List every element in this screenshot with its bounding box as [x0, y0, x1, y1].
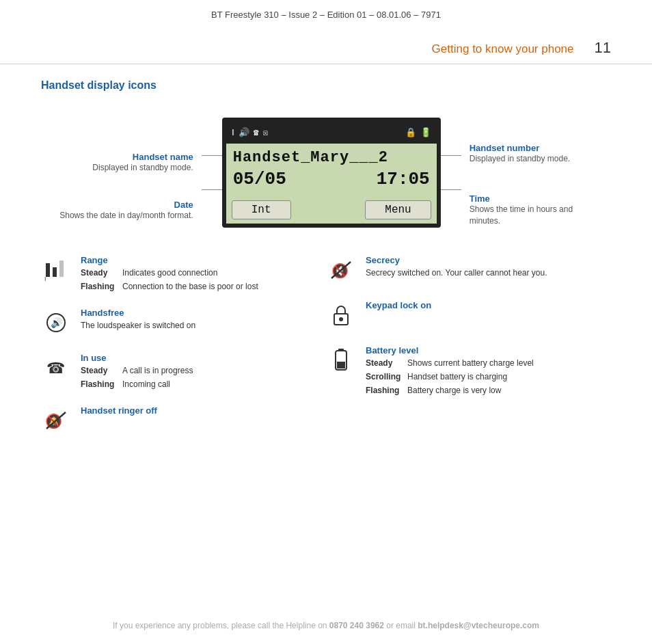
ringer-off-icon: 🔕	[41, 405, 71, 435]
page-title-row: Getting to know your phone 11	[0, 27, 652, 64]
icon-item-keypad-lock: Keypad lock on	[326, 300, 611, 330]
range-text: Range Steady Indicates good connection F…	[81, 255, 326, 293]
inuse-text: In use Steady A call is in progress Flas…	[81, 353, 326, 390]
icons-col-right: 🔇 Secrecy Secrecy switched on. Your call…	[326, 255, 611, 451]
battery-text: Battery level Steady Shows current batte…	[366, 345, 611, 397]
svg-rect-1	[53, 267, 57, 277]
footer: If you experience any problems, please c…	[0, 621, 652, 630]
screen-content: Handset_Mary___2 05/05 17:05	[226, 144, 437, 198]
handset-number-title: Handset number	[470, 143, 570, 153]
icons-section: Ⅰ Range Steady Indicates good connection…	[41, 255, 611, 451]
secrecy-text: Secrecy Secrecy switched on. Your caller…	[366, 255, 611, 279]
handsfree-text: Handsfree The loudspeaker is switched on	[81, 308, 326, 332]
svg-rect-15	[337, 362, 345, 368]
signal-icon: Ⅰ	[232, 127, 234, 138]
left-annotations: Handset name Displayed in standby mode. …	[59, 124, 201, 222]
keypad-lock-icon	[326, 300, 356, 330]
svg-rect-14	[338, 349, 344, 351]
keypad-lock-text: Keypad lock on	[366, 300, 611, 310]
range-flashing: Flashing Connection to the base is poor …	[81, 280, 326, 293]
handset-number-desc: Displayed in standby mode.	[470, 153, 570, 165]
screen-btn-right: Menu	[365, 200, 431, 219]
svg-text:☎: ☎	[46, 360, 65, 377]
page-header: BT Freestyle 310 – Issue 2 – Edition 01 …	[0, 0, 652, 27]
handsfree-icon: 🔊	[41, 308, 71, 338]
range-title: Range	[81, 255, 326, 265]
ringer-off-title: Handset ringer off	[81, 405, 326, 416]
handset-name-annotation: Handset name Displayed in standby mode.	[92, 152, 201, 174]
keypad-lock-title: Keypad lock on	[366, 300, 611, 310]
time-desc: Shows the time in hours and minutes.	[470, 204, 593, 227]
inuse-title: In use	[81, 353, 326, 363]
secrecy-desc: Secrecy switched on. Your caller cannot …	[366, 267, 611, 279]
range-steady: Steady Indicates good connection	[81, 267, 326, 279]
battery-icon: 🔋	[420, 127, 431, 138]
svg-point-12	[339, 317, 343, 321]
footer-text-middle: or email	[384, 621, 418, 630]
screen-btn-left: Int	[232, 200, 291, 219]
inuse-flashing: Flashing Incoming call	[81, 378, 326, 390]
secrecy-icon: 🔇	[326, 255, 356, 285]
screen-icons-row: Ⅰ 🔊 ☎ ☒ 🔒 🔋	[226, 122, 437, 144]
phone-icon: ☎	[254, 127, 259, 138]
screen-datetime: 05/05 17:05	[233, 167, 430, 193]
icon-item-battery: Battery level Steady Shows current batte…	[326, 345, 611, 397]
phone-screen: Ⅰ 🔊 ☎ ☒ 🔒 🔋 Handset_Mary___2 05/05 17:05…	[222, 118, 441, 228]
svg-text:🔊: 🔊	[51, 317, 63, 329]
footer-email: bt.helpdesk@vtecheurope.com	[418, 621, 539, 630]
volume-icon: 🔊	[239, 127, 249, 138]
header-text: BT Freestyle 310 – Issue 2 – Edition 01 …	[211, 10, 441, 20]
icon-item-range: Ⅰ Range Steady Indicates good connection…	[41, 255, 326, 293]
handset-name-title: Handset name	[92, 152, 193, 162]
handsfree-title: Handsfree	[81, 308, 326, 318]
battery-title: Battery level	[366, 345, 611, 355]
icon-item-ringer-off: 🔕 Handset ringer off	[41, 405, 326, 435]
icons-col-left: Ⅰ Range Steady Indicates good connection…	[41, 255, 326, 451]
svg-text:Ⅰ: Ⅰ	[44, 276, 46, 282]
ringer-off-text: Handset ringer off	[81, 405, 326, 416]
date-title: Date	[59, 200, 193, 210]
page-number: 11	[595, 39, 611, 57]
battery-level-icon	[326, 345, 356, 375]
screen-name: Handset_Mary___2	[233, 146, 430, 167]
battery-flashing: Flashing Battery charge is very low	[366, 384, 611, 397]
screen-time: 17:05	[377, 169, 430, 189]
inuse-icon: ☎	[41, 353, 71, 383]
mute-icon: ☒	[263, 127, 269, 138]
time-title: Time	[470, 193, 593, 204]
handset-number-annotation: Handset number Displayed in standby mode…	[461, 143, 570, 165]
display-diagram: Handset name Displayed in standby mode. …	[0, 104, 652, 248]
section-heading: Handset display icons	[41, 79, 611, 92]
icon-item-handsfree: 🔊 Handsfree The loudspeaker is switched …	[41, 308, 326, 338]
icon-item-inuse: ☎ In use Steady A call is in progress Fl…	[41, 353, 326, 390]
screen-buttons: Int Menu	[226, 198, 437, 224]
battery-steady: Steady Shows current battery charge leve…	[366, 357, 611, 369]
range-icon: Ⅰ	[41, 255, 71, 285]
section-name: Getting to know your phone	[432, 42, 574, 56]
screen-date: 05/05	[233, 169, 286, 189]
svg-rect-2	[59, 260, 64, 277]
lock-icon: 🔒	[405, 127, 416, 138]
svg-rect-0	[46, 263, 50, 277]
footer-text-before: If you experience any problems, please c…	[113, 621, 329, 630]
handsfree-desc: The loudspeaker is switched on	[81, 319, 326, 332]
time-annotation: Time Shows the time in hours and minutes…	[461, 193, 593, 227]
battery-scrolling: Scrolling Handset battery is charging	[366, 371, 611, 383]
icon-item-secrecy: 🔇 Secrecy Secrecy switched on. Your call…	[326, 255, 611, 285]
handset-name-desc: Displayed in standby mode.	[92, 162, 193, 174]
footer-phone: 0870 240 3962	[329, 621, 384, 630]
date-desc: Shows the date in day/month format.	[59, 210, 193, 222]
date-annotation: Date Shows the date in day/month format.	[59, 200, 201, 222]
inuse-steady: Steady A call is in progress	[81, 364, 326, 377]
secrecy-title: Secrecy	[366, 255, 611, 265]
right-annotations: Handset number Displayed in standby mode…	[461, 118, 593, 226]
